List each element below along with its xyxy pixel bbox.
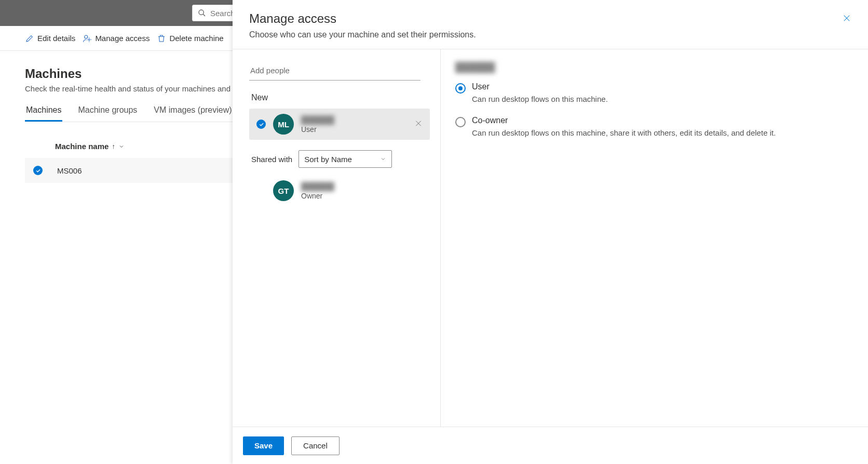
permissions-column: ██████ User Can run desktop flows on thi… xyxy=(440,49,868,427)
save-button[interactable]: Save xyxy=(243,436,284,455)
person-text: ██████ User xyxy=(301,115,334,134)
panel-body: New ML ██████ User Shared with Sort by N… xyxy=(233,49,868,427)
shared-with-label: Shared with xyxy=(251,155,292,164)
tab-machine-groups[interactable]: Machine groups xyxy=(77,105,138,122)
people-column: New ML ██████ User Shared with Sort by N… xyxy=(233,49,440,427)
search-placeholder-text: Search xyxy=(210,9,235,18)
person-name: ██████ xyxy=(301,182,334,191)
panel-footer: Save Cancel xyxy=(233,427,868,464)
permission-coowner-desc: Can run desktop flows on this machine, s… xyxy=(472,127,776,139)
cancel-button[interactable]: Cancel xyxy=(291,436,340,455)
manage-access-button[interactable]: Manage access xyxy=(83,34,150,43)
svg-line-1 xyxy=(203,14,205,16)
manage-access-icon xyxy=(83,34,92,43)
person-role: Owner xyxy=(301,192,334,200)
machine-name-cell: MS006 xyxy=(57,166,82,175)
tab-vm-images[interactable]: VM images (preview) xyxy=(153,105,233,122)
svg-point-2 xyxy=(85,35,88,38)
new-person-row[interactable]: ML ██████ User xyxy=(249,109,430,140)
svg-point-0 xyxy=(199,10,204,15)
edit-details-label: Edit details xyxy=(37,34,75,43)
selected-person-heading: ██████ xyxy=(455,62,495,73)
remove-person-button[interactable] xyxy=(414,120,423,129)
radio-user[interactable] xyxy=(455,83,466,94)
permission-coowner-label: Co-owner xyxy=(472,116,776,125)
panel-subtitle: Choose who can use your machine and set … xyxy=(249,30,851,39)
person-text: ██████ Owner xyxy=(301,182,334,200)
shared-with-row: Shared with Sort by Name xyxy=(251,150,432,168)
panel-header: Manage access Choose who can use your ma… xyxy=(233,0,868,49)
add-people-input[interactable] xyxy=(249,62,421,81)
close-panel-button[interactable] xyxy=(842,14,852,24)
search-icon xyxy=(198,9,206,17)
sort-ascending-icon: ↑ xyxy=(112,142,115,150)
sort-selected-value: Sort by Name xyxy=(304,155,352,164)
permission-user-desc: Can run desktop flows on this machine. xyxy=(472,94,608,105)
manage-access-panel: Manage access Choose who can use your ma… xyxy=(233,0,868,464)
svg-point-3 xyxy=(89,38,90,40)
person-name: ██████ xyxy=(301,115,334,124)
avatar: ML xyxy=(273,114,294,135)
manage-access-label: Manage access xyxy=(95,34,150,43)
column-header-label: Machine name xyxy=(55,142,108,151)
tab-machines[interactable]: Machines xyxy=(25,105,62,122)
edit-details-button[interactable]: Edit details xyxy=(25,34,75,43)
permission-user-option[interactable]: User Can run desktop flows on this machi… xyxy=(455,82,847,111)
radio-coowner[interactable] xyxy=(455,117,466,127)
close-icon xyxy=(842,14,851,23)
sort-by-select[interactable]: Sort by Name xyxy=(299,150,392,168)
person-selected-check-icon xyxy=(256,120,266,129)
edit-icon xyxy=(25,34,34,43)
panel-title: Manage access xyxy=(249,11,851,26)
permission-user-label: User xyxy=(472,82,608,91)
shared-person-row[interactable]: GT ██████ Owner xyxy=(249,175,430,206)
new-section-label: New xyxy=(251,93,432,102)
delete-machine-button[interactable]: Delete machine xyxy=(157,34,223,43)
chevron-down-icon xyxy=(380,156,386,162)
permission-coowner-option[interactable]: Co-owner Can run desktop flows on this m… xyxy=(455,116,847,144)
row-selected-check-icon[interactable] xyxy=(33,166,43,175)
person-role: User xyxy=(301,125,334,134)
close-icon xyxy=(414,120,423,128)
trash-icon xyxy=(157,34,166,43)
chevron-down-icon xyxy=(118,143,125,150)
avatar: GT xyxy=(273,180,294,201)
delete-machine-label: Delete machine xyxy=(169,34,223,43)
